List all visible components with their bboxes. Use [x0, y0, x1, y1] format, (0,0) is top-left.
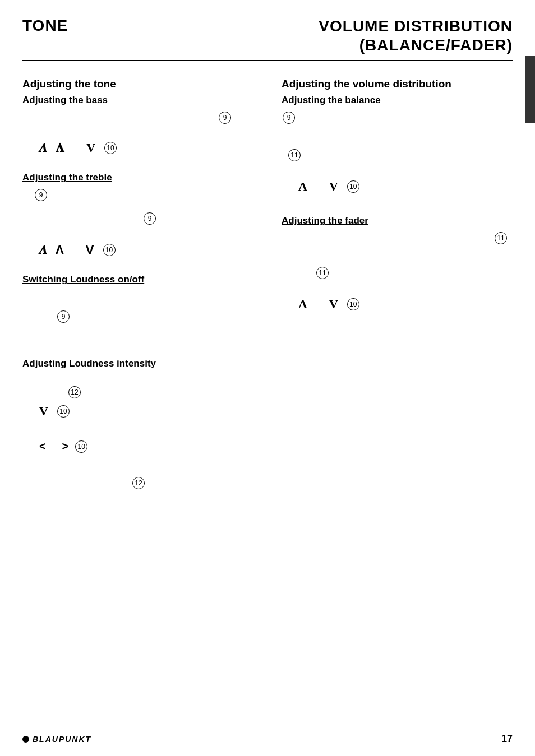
treble-circle-left: 9 [34, 189, 253, 201]
angle-left-symbol: < [39, 440, 46, 453]
tone-section-heading: Adjusting the tone [22, 78, 253, 90]
fader-arrows: Λ V 10 [298, 297, 513, 312]
circle-9-balance: 9 [283, 112, 295, 124]
col-left: Adjusting the tone Adjusting the bass 9 … [22, 72, 270, 489]
balance-circle-top: 9 [282, 112, 513, 124]
header: TONE VOLUME DISTRIBUTION (BALANCE/FADER) [22, 17, 513, 61]
circle-10-balance: 10 [347, 180, 359, 193]
loudness-intensity-heading: Adjusting Loudness intensity [22, 358, 253, 369]
circle-9-treble-2: 9 [144, 212, 156, 225]
treble-circle-mid: 9 [45, 212, 253, 225]
circle-9-treble-1: 9 [35, 189, 47, 201]
bass-arrows: 𝜦 𝚲 V 10 [39, 141, 253, 155]
fader-circle-mid: 11 [315, 267, 513, 279]
fader-circle-right: 11 [282, 232, 513, 244]
page-number: 17 [501, 733, 513, 745]
loudness-heading: Switching Loudness on/off [22, 274, 253, 285]
footer-line [97, 739, 496, 740]
loudness-circle: 9 [56, 310, 253, 323]
treble-heading: Adjusting the treble [22, 172, 253, 183]
footer-bullet [22, 736, 29, 743]
side-tab [525, 56, 535, 123]
circle-10-intensity: 10 [57, 405, 70, 418]
circle-10-treble: 10 [103, 244, 116, 256]
loudness-intensity-arrow: V 10 [39, 404, 253, 419]
balance-arrows: Λ V 10 [298, 179, 513, 194]
circle-11-fader-1: 11 [495, 232, 507, 244]
header-right: VOLUME DISTRIBUTION (BALANCE/FADER) [268, 17, 513, 54]
bass-circle-top: 9 [22, 112, 253, 124]
footer: BLAUPUNKT 17 [22, 733, 513, 745]
title-tone: TONE [22, 17, 68, 34]
down-arrow-bass: V [86, 141, 95, 155]
circle-11-fader-2: 11 [316, 267, 329, 279]
angle-right-symbol: > [62, 440, 69, 453]
loudness-intensity-section: Adjusting Loudness intensity 12 V 10 < >… [22, 358, 253, 489]
circle-9-bass: 9 [219, 112, 231, 124]
volume-section-heading: Adjusting the volume distribution [282, 78, 513, 90]
col-right: Adjusting the volume distribution Adjust… [270, 72, 513, 489]
circle-10-fader: 10 [347, 298, 359, 310]
circle-11-balance: 11 [288, 149, 301, 161]
loudness-section: Switching Loudness on/off 9 [22, 274, 253, 323]
balance-circle-mid: 11 [287, 149, 513, 161]
treble-arrows: 𝜦 Λ V 10 [39, 243, 253, 257]
brand-name: BLAUPUNKT [33, 735, 91, 744]
balance-heading: Adjusting the balance [282, 95, 513, 106]
circle-9-loudness: 9 [57, 310, 70, 323]
fader-section: Adjusting the fader 11 11 Λ V 10 [282, 215, 513, 312]
bass-section: Adjusting the bass 9 𝜦 𝚲 V 10 [22, 95, 253, 155]
fader-heading: Adjusting the fader [282, 215, 513, 226]
page: TONE VOLUME DISTRIBUTION (BALANCE/FADER)… [0, 0, 535, 756]
circle-12-intensity-1: 12 [68, 386, 81, 398]
balance-section: Adjusting the balance 9 11 Λ V 10 [282, 95, 513, 194]
loudness-intensity-circle-top: 12 [67, 386, 253, 398]
treble-section: Adjusting the treble 9 9 𝜦 Λ V 10 [22, 172, 253, 257]
loudness-angle-row: < > 10 [39, 440, 253, 453]
circle-10-angle: 10 [75, 440, 87, 453]
circle-10-bass: 10 [104, 142, 117, 154]
content: Adjusting the tone Adjusting the bass 9 … [22, 72, 513, 489]
bass-heading: Adjusting the bass [22, 95, 253, 106]
header-left: TONE [22, 17, 268, 35]
up-arrow-bass: 𝜦 [39, 141, 48, 155]
circle-12-intensity-2: 12 [132, 477, 145, 489]
loudness-intensity-circle-bottom: 12 [22, 477, 253, 489]
title-volume: VOLUME DISTRIBUTION (BALANCE/FADER) [319, 17, 513, 54]
